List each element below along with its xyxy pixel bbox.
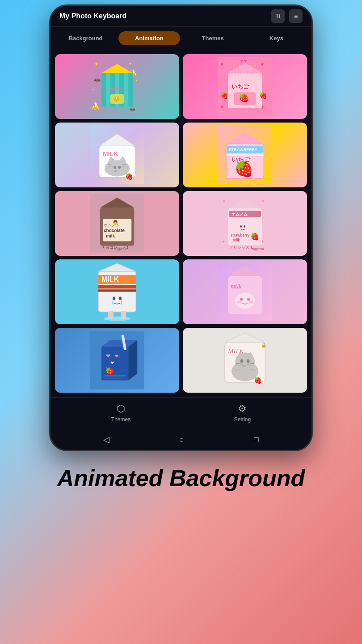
svg-text:✦: ✦: [94, 60, 99, 68]
svg-text:🍓: 🍓: [220, 92, 228, 100]
theme-item-7[interactable]: MILK: [55, 259, 179, 324]
theme-item-8[interactable]: milk: [183, 259, 307, 324]
app-header: My Photo Keyboard Tt ≡: [51, 6, 311, 27]
svg-text:🍓: 🍓: [239, 93, 249, 103]
svg-point-129: [247, 359, 250, 363]
crying-milk-svg: MILK: [61, 263, 173, 321]
svg-text:ω: ω: [243, 364, 246, 368]
svg-text:✦: ✦: [128, 61, 132, 66]
theme-item-3[interactable]: MILK w: [55, 123, 179, 187]
svg-rect-93: [98, 289, 136, 292]
themes-icon: ⬡: [117, 403, 125, 415]
theme-item-2[interactable]: ♥ ♥ ♥ ♥ ♥ ♥ ✦ ✦ いちご �: [183, 54, 307, 119]
theme-item-10[interactable]: MILK: [183, 328, 307, 393]
theme-item-6[interactable]: ✦ ✦ ✦ ✦ オムノム strawberry: [183, 191, 307, 256]
svg-text:✦: ✦: [135, 79, 138, 83]
svg-point-96: [119, 297, 122, 301]
svg-text:milk: milk: [233, 238, 240, 243]
svg-text:🍓: 🍓: [250, 233, 260, 241]
banana-milk-svg: ✦ ✦ ✦ + + 🍌 🍌 バナナ: [61, 57, 173, 116]
juice-box-svg: ❤ ❤ ❤ 🍓: [61, 331, 173, 390]
svg-text:✦: ✦: [232, 62, 236, 68]
svg-text:STRAWBERRY: STRAWBERRY: [229, 148, 257, 152]
back-button[interactable]: ◁: [103, 435, 109, 445]
svg-marker-111: [128, 340, 137, 380]
svg-point-95: [113, 297, 115, 301]
svg-text:sugarhoi: sugarhoi: [252, 248, 264, 251]
themes-label: Themes: [111, 416, 130, 423]
svg-rect-8: [101, 73, 106, 106]
svg-point-81: [244, 225, 245, 228]
svg-rect-118: [104, 375, 126, 377]
theme-grid: ✦ ✦ ✦ + + 🍌 🍌 バナナ: [51, 50, 311, 397]
svg-point-99: [104, 317, 130, 321]
svg-text:デリシャス！: デリシャス！: [229, 246, 253, 250]
svg-text:✦: ✦: [222, 240, 225, 245]
svg-text:❤: ❤: [110, 361, 114, 366]
strawberry-gradient-svg: STRAWBERRY いちご 🍓: [189, 126, 301, 184]
svg-text:✦: ✦: [222, 198, 226, 204]
cute-pink-milk-svg: milk: [189, 263, 301, 321]
svg-text:+: +: [93, 88, 95, 92]
svg-text:chocolate: chocolate: [104, 229, 125, 233]
recent-button[interactable]: □: [254, 435, 259, 445]
text-size-button[interactable]: Tt: [271, 9, 285, 23]
svg-point-44: [118, 166, 121, 169]
svg-text:🍓: 🍓: [259, 92, 267, 100]
theme-item-1[interactable]: ✦ ✦ ✦ + + 🍌 🍌 バナナ: [55, 54, 179, 119]
svg-text:🍓: 🍓: [105, 367, 114, 376]
chocolate-milk-svg: オムノム chocolate milk 👨 チョコレート！ sugarhoi: [61, 194, 173, 253]
nav-setting[interactable]: ⚙ Setting: [234, 403, 251, 423]
svg-point-105: [240, 298, 243, 301]
svg-text:🦇: 🦇: [130, 107, 135, 113]
svg-text:🍓: 🍓: [254, 377, 262, 385]
tab-animation[interactable]: Animation: [118, 31, 180, 45]
svg-text:✦: ✦: [253, 62, 257, 68]
tab-background[interactable]: Background: [55, 31, 116, 45]
svg-rect-58: [226, 154, 264, 156]
footer-section: Animated Background: [0, 451, 362, 505]
svg-text:いちご: いちご: [232, 84, 249, 90]
svg-text:🔒: 🔒: [261, 342, 267, 348]
svg-text:バナナ: バナナ: [105, 87, 121, 92]
nav-themes[interactable]: ⬡ Themes: [111, 403, 130, 423]
home-button[interactable]: ○: [179, 435, 184, 445]
theme-item-4[interactable]: STRAWBERRY いちご 🍓: [183, 123, 307, 187]
svg-text:sugarhoi: sugarhoi: [115, 248, 127, 251]
svg-point-128: [240, 359, 243, 363]
tab-themes[interactable]: Themes: [182, 31, 244, 45]
header-icons: Tt ≡: [271, 9, 303, 23]
svg-text:milk: milk: [231, 283, 242, 290]
svg-rect-59: [226, 157, 264, 159]
svg-point-108: [249, 301, 253, 304]
svg-text:🍓: 🍓: [125, 173, 133, 181]
pusheen-plush-svg: MILK: [189, 331, 301, 390]
svg-text:♥: ♥: [261, 61, 264, 68]
tab-keys[interactable]: Keys: [246, 31, 307, 45]
svg-text:♥: ♥: [220, 104, 223, 110]
footer-title: Animated Background: [57, 465, 305, 491]
svg-text:strawberry: strawberry: [231, 233, 250, 238]
svg-text:❤: ❤: [106, 353, 110, 359]
svg-point-43: [114, 166, 116, 169]
svg-text:MILK: MILK: [103, 151, 118, 158]
svg-point-107: [236, 301, 241, 304]
theme-item-9[interactable]: ❤ ❤ ❤ 🍓: [55, 328, 179, 393]
svg-rect-119: [104, 378, 122, 379]
app-title: My Photo Keyboard: [59, 12, 126, 20]
navigation-tabs: Background Animation Themes Keys: [51, 27, 311, 50]
setting-icon: ⚙: [238, 403, 247, 415]
svg-text:✦: ✦: [261, 198, 265, 204]
svg-text:w: w: [114, 169, 117, 174]
svg-text:🍌: 🍌: [91, 102, 101, 111]
strawberry-jp-svg: ♥ ♥ ♥ ♥ ♥ ♥ ✦ ✦ いちご �: [189, 57, 301, 116]
svg-point-80: [240, 225, 242, 228]
pusheen-svg: MILK w: [61, 126, 173, 184]
svg-point-104: [235, 293, 255, 309]
theme-item-5[interactable]: オムノム chocolate milk 👨 チョコレート！ sugarhoi: [55, 191, 179, 256]
svg-text:♥: ♥: [220, 61, 223, 68]
svg-rect-11: [128, 73, 133, 106]
svg-point-106: [247, 298, 250, 301]
menu-button[interactable]: ≡: [289, 9, 303, 23]
svg-text:MILK: MILK: [101, 275, 119, 283]
